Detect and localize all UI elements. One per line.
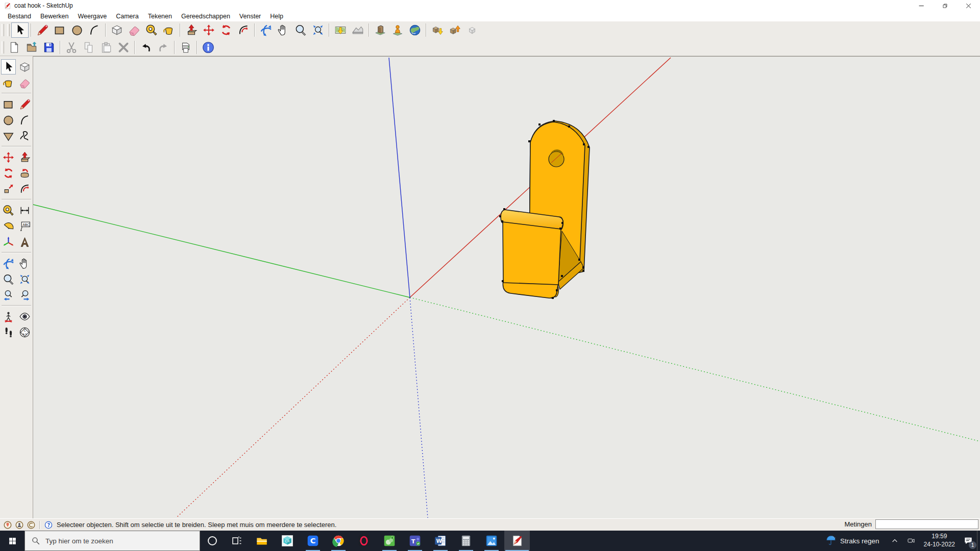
taskbar-app-opera-gx[interactable] <box>351 531 377 551</box>
cortana-button[interactable] <box>200 531 225 551</box>
freehand-palette-button[interactable] <box>17 128 32 143</box>
orbit-tool-button[interactable] <box>257 22 275 38</box>
bucket-palette-button[interactable] <box>1 75 16 90</box>
print-tool-button[interactable] <box>177 40 194 55</box>
toolbar-grip[interactable] <box>7 24 10 36</box>
eraser-tool-button[interactable] <box>126 22 143 38</box>
pan-tool-button[interactable] <box>275 22 292 38</box>
taskbar-app-calculator[interactable] <box>453 531 479 551</box>
arc-tool-button[interactable] <box>86 22 103 38</box>
dimension-palette-button[interactable] <box>17 203 32 218</box>
minimize-button[interactable] <box>910 0 933 11</box>
zoom-extents-tool-button[interactable] <box>309 22 327 38</box>
lookaround-palette-button[interactable] <box>17 309 32 324</box>
arc-palette-button[interactable] <box>17 112 32 128</box>
taskbar-search[interactable]: Typ hier om te zoeken <box>24 531 200 551</box>
coat-hook-model[interactable] <box>499 120 590 299</box>
circle-palette-button[interactable] <box>1 112 16 128</box>
textabc-palette-button[interactable]: ABC <box>17 218 32 234</box>
zoomnext-palette-button[interactable] <box>17 287 32 303</box>
toolbar-grip[interactable] <box>2 24 4 36</box>
cut-tool-button[interactable] <box>63 40 80 55</box>
taskbar-app-word[interactable]: W <box>428 531 453 551</box>
add-location-tool-button[interactable] <box>332 22 349 38</box>
zoom-palette-button[interactable] <box>1 271 16 287</box>
menu-camera[interactable]: Camera <box>111 12 143 21</box>
undo-tool-button[interactable] <box>137 40 155 55</box>
poscamera-palette-button[interactable] <box>1 309 16 324</box>
paste-tool-button[interactable] <box>97 40 115 55</box>
zoomext-palette-button[interactable] <box>17 271 32 287</box>
open-tool-button[interactable] <box>23 40 40 55</box>
axestool-palette-button[interactable] <box>1 234 16 249</box>
offset-tool-button[interactable] <box>235 22 252 38</box>
toolbar-grip[interactable] <box>2 41 4 54</box>
component-palette-button[interactable] <box>17 59 32 74</box>
modeling-viewport[interactable] <box>33 56 980 518</box>
taskbar-app-cura[interactable]: C <box>300 531 326 551</box>
rectangle-tool-button[interactable] <box>51 22 68 38</box>
measurements-input[interactable] <box>875 519 978 529</box>
pushpull-palette-button[interactable] <box>17 149 32 165</box>
menu-bewerken[interactable]: Bewerken <box>36 12 74 21</box>
circle-tool-button[interactable] <box>68 22 86 38</box>
polygon-palette-button[interactable] <box>1 128 16 143</box>
account-status-icon[interactable] <box>27 520 36 530</box>
tray-expand-button[interactable] <box>888 531 901 551</box>
copy-tool-button[interactable] <box>80 40 97 55</box>
walk-palette-button[interactable] <box>1 324 16 340</box>
scale-palette-button[interactable] <box>1 181 16 196</box>
push-pull-tool-button[interactable] <box>183 22 200 38</box>
meet-now-button[interactable] <box>904 531 918 551</box>
tape-palette-button[interactable] <box>1 203 16 218</box>
move-tool-button[interactable] <box>200 22 217 38</box>
taskbar-app-file-explorer[interactable] <box>249 531 275 551</box>
zoom-tool-button[interactable] <box>292 22 309 38</box>
pencil-palette-button[interactable] <box>17 96 32 112</box>
taskbar-clock[interactable]: 19:59 24-10-2022 <box>924 533 955 548</box>
download-models-tool-button[interactable] <box>429 22 446 38</box>
share-model-tool-button[interactable] <box>446 22 463 38</box>
rotate-palette-button[interactable] <box>1 165 16 181</box>
credits-status-icon[interactable] <box>15 520 24 530</box>
zoomprev-palette-button[interactable] <box>1 287 16 303</box>
tape-measure-tool-button[interactable] <box>143 22 160 38</box>
menu-venster[interactable]: Venster <box>235 12 265 21</box>
new-tool-button[interactable] <box>6 40 23 55</box>
select-tool-button[interactable] <box>11 22 29 38</box>
protractor-palette-button[interactable] <box>1 218 16 234</box>
show-desktop-button[interactable] <box>977 531 980 551</box>
taskbar-app-3d-model-app[interactable]: CR <box>275 531 300 551</box>
delete-tool-button[interactable] <box>115 40 132 55</box>
redo-tool-button[interactable] <box>155 40 172 55</box>
geolocation-status-icon[interactable] <box>3 520 12 530</box>
rectangle-palette-button[interactable] <box>1 96 16 112</box>
close-button[interactable] <box>957 0 980 11</box>
move-palette-button[interactable] <box>1 149 16 165</box>
line-tool-button[interactable] <box>34 22 51 38</box>
paint-bucket-tool-button[interactable] <box>160 22 178 38</box>
weather-widget[interactable]: Straks regen <box>825 535 879 546</box>
help-icon[interactable]: ? <box>44 520 53 530</box>
taskbar-app-sketchup[interactable] <box>504 531 530 551</box>
taskbar-app-sims4[interactable] <box>377 531 402 551</box>
select-palette-button[interactable] <box>1 59 16 74</box>
upload-tool-button[interactable] <box>463 22 481 38</box>
orbit-palette-button[interactable] <box>1 256 16 271</box>
model-info-tool-button[interactable] <box>200 40 217 55</box>
photo-textures-tool-button[interactable] <box>372 22 389 38</box>
taskbar-app-chrome[interactable] <box>326 531 351 551</box>
action-center-button[interactable]: 1 <box>960 531 977 551</box>
menu-help[interactable]: Help <box>265 12 288 21</box>
text3d-palette-button[interactable] <box>17 234 32 249</box>
menu-weergave[interactable]: Weergave <box>73 12 111 21</box>
menu-bestand[interactable]: Bestand <box>3 12 36 21</box>
google-earth-tool-button[interactable] <box>406 22 424 38</box>
taskbar-app-photos[interactable] <box>479 531 504 551</box>
menu-tekenen[interactable]: Tekenen <box>143 12 177 21</box>
followme-palette-button[interactable] <box>17 165 32 181</box>
eraser-palette-button[interactable] <box>17 75 32 90</box>
toggle-terrain-tool-button[interactable] <box>349 22 366 38</box>
restore-button[interactable] <box>933 0 957 11</box>
save-tool-button[interactable] <box>40 40 58 55</box>
